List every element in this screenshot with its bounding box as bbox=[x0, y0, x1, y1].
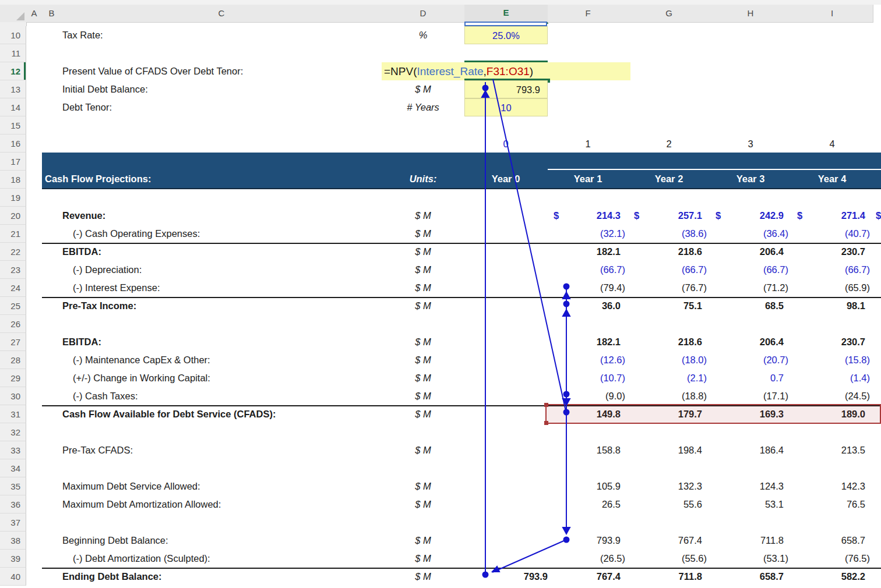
row-label-r31[interactable]: Cash Flow Available for Debt Service (CF… bbox=[62, 405, 380, 423]
debt-tenor-unit[interactable]: # Years bbox=[382, 98, 464, 116]
pv-cfads-label[interactable]: Present Value of CFADS Over Debt Tenor: bbox=[62, 62, 377, 80]
value-cell-r30-y4[interactable]: (24.5) bbox=[791, 387, 870, 405]
range-handle-bottom-left[interactable] bbox=[544, 421, 548, 425]
row-unit-r35[interactable]: $ M bbox=[382, 477, 464, 495]
value-cell-r24-y4[interactable]: (65.9) bbox=[791, 279, 870, 297]
value-cell-r29-y3[interactable]: 0.7 bbox=[710, 369, 784, 387]
value-cell-r21-y4[interactable]: (40.7) bbox=[791, 225, 870, 243]
value-cell-r27-y1[interactable]: 182.1 bbox=[548, 333, 621, 351]
row-unit-r27[interactable]: $ M bbox=[382, 333, 464, 351]
value-cell-r39-y4[interactable]: (76.5) bbox=[791, 550, 870, 568]
value-cell-r33-y3[interactable]: 186.4 bbox=[710, 441, 784, 459]
row-header-12[interactable]: 12 bbox=[0, 62, 26, 80]
year-header-4[interactable]: Year 4 bbox=[800, 170, 864, 188]
value-cell-r30-y3[interactable]: (17.1) bbox=[710, 387, 788, 405]
row-header-20[interactable]: 20 bbox=[0, 207, 26, 225]
value-cell-r22-y1[interactable]: 182.1 bbox=[548, 243, 621, 261]
value-cell-r21-y2[interactable]: (38.6) bbox=[628, 225, 707, 243]
year-header-1[interactable]: Year 1 bbox=[556, 170, 620, 188]
row-header-29[interactable]: 29 bbox=[0, 369, 26, 387]
row-header-23[interactable]: 23 bbox=[0, 261, 26, 279]
value-cell-r35-y3[interactable]: 124.3 bbox=[710, 477, 784, 495]
value-cell-r30-y2[interactable]: (18.8) bbox=[628, 387, 707, 405]
value-cell-r36-y1[interactable]: 26.5 bbox=[548, 495, 621, 513]
ending-debt-year0-cell[interactable]: 793.9 bbox=[464, 568, 556, 586]
value-cell-r35-y1[interactable]: 105.9 bbox=[548, 477, 621, 495]
row-unit-r40[interactable]: $ M bbox=[382, 568, 464, 586]
row-header-17[interactable]: 17 bbox=[0, 153, 26, 171]
row-label-r40[interactable]: Ending Debt Balance: bbox=[62, 568, 380, 586]
tax-rate-label[interactable]: Tax Rate: bbox=[62, 26, 377, 44]
column-header-h[interactable]: H bbox=[710, 5, 792, 23]
row-unit-r25[interactable]: $ M bbox=[382, 297, 464, 315]
year-counter-3[interactable]: 3 bbox=[730, 135, 771, 153]
row-header-36[interactable]: 36 bbox=[0, 495, 26, 513]
value-cell-r25-y4[interactable]: 98.1 bbox=[791, 297, 865, 315]
row-header-34[interactable]: 34 bbox=[0, 459, 26, 477]
row-label-r21[interactable]: (-) Cash Operating Expenses: bbox=[73, 225, 390, 243]
row-header-21[interactable]: 21 bbox=[0, 225, 26, 243]
value-cell-r33-y1[interactable]: 158.8 bbox=[548, 441, 621, 459]
value-cell-r28-y2[interactable]: (18.0) bbox=[628, 351, 707, 369]
value-cell-r23-y3[interactable]: (66.7) bbox=[710, 261, 788, 279]
value-cell-r22-y4[interactable]: 230.7 bbox=[791, 243, 865, 261]
value-cell-r40-y1[interactable]: 767.4 bbox=[548, 568, 621, 586]
row-header-28[interactable]: 28 bbox=[0, 351, 26, 369]
row-header-26[interactable]: 26 bbox=[0, 315, 26, 333]
row-header-14[interactable]: 14 bbox=[0, 98, 26, 116]
value-cell-r23-y1[interactable]: (66.7) bbox=[548, 261, 625, 279]
value-cell-r36-y2[interactable]: 55.6 bbox=[628, 495, 702, 513]
section-title[interactable]: Cash Flow Projections: bbox=[45, 170, 371, 188]
value-cell-r36-y4[interactable]: 76.5 bbox=[791, 495, 865, 513]
row-label-r39[interactable]: (-) Debt Amortization (Sculpted): bbox=[73, 550, 390, 568]
range-handle-top-left[interactable] bbox=[544, 403, 548, 407]
row-label-r20[interactable]: Revenue: bbox=[62, 207, 380, 225]
row-unit-r31[interactable]: $ M bbox=[382, 405, 464, 423]
value-cell-r35-y2[interactable]: 132.3 bbox=[628, 477, 702, 495]
row-label-r35[interactable]: Maximum Debt Service Allowed: bbox=[62, 477, 380, 495]
row-header-30[interactable]: 30 bbox=[0, 387, 26, 405]
initial-debt-label[interactable]: Initial Debt Balance: bbox=[62, 80, 377, 98]
value-cell-r36-y3[interactable]: 53.1 bbox=[710, 495, 784, 513]
row-header-24[interactable]: 24 bbox=[0, 279, 26, 297]
value-cell-r33-y2[interactable]: 198.4 bbox=[628, 441, 702, 459]
value-cell-r35-y4[interactable]: 142.3 bbox=[791, 477, 865, 495]
column-header-f[interactable]: F bbox=[548, 5, 629, 23]
row-header-19[interactable]: 19 bbox=[0, 189, 26, 207]
value-cell-r21-y1[interactable]: (32.1) bbox=[548, 225, 625, 243]
row-header-15[interactable]: 15 bbox=[0, 116, 26, 134]
row-label-r27[interactable]: EBITDA: bbox=[62, 333, 380, 351]
row-label-r24[interactable]: (-) Interest Expense: bbox=[73, 279, 390, 297]
row-header-33[interactable]: 33 bbox=[0, 441, 26, 459]
row-unit-r36[interactable]: $ M bbox=[382, 495, 464, 513]
tax-rate-unit[interactable]: % bbox=[382, 26, 464, 44]
value-cell-r38-y3[interactable]: 711.8 bbox=[710, 532, 784, 550]
value-cell-r25-y1[interactable]: 36.0 bbox=[548, 297, 621, 315]
initial-debt-unit[interactable]: $ M bbox=[382, 80, 464, 98]
value-cell-r28-y3[interactable]: (20.7) bbox=[710, 351, 788, 369]
value-cell-r30-y1[interactable]: (9.0) bbox=[548, 387, 625, 405]
column-header-g[interactable]: G bbox=[628, 5, 710, 23]
value-cell-r29-y4[interactable]: (1.4) bbox=[791, 369, 870, 387]
row-label-r30[interactable]: (-) Cash Taxes: bbox=[73, 387, 390, 405]
row-header-37[interactable]: 37 bbox=[0, 513, 26, 532]
value-cell-r38-y1[interactable]: 793.9 bbox=[548, 532, 621, 550]
row-label-r29[interactable]: (+/-) Change in Working Capital: bbox=[73, 369, 390, 387]
row-unit-r20[interactable]: $ M bbox=[382, 207, 464, 225]
value-cell-r28-y4[interactable]: (15.8) bbox=[791, 351, 870, 369]
value-cell-r39-y1[interactable]: (26.5) bbox=[548, 550, 625, 568]
row-unit-r21[interactable]: $ M bbox=[382, 225, 464, 243]
debt-tenor-label[interactable]: Debt Tenor: bbox=[62, 98, 377, 116]
value-cell-r21-y3[interactable]: (36.4) bbox=[710, 225, 788, 243]
row-header-10[interactable]: 10 bbox=[0, 26, 26, 44]
value-cell-r25-y3[interactable]: 68.5 bbox=[710, 297, 784, 315]
row-unit-r23[interactable]: $ M bbox=[382, 261, 464, 279]
value-cell-r23-y2[interactable]: (66.7) bbox=[628, 261, 707, 279]
value-cell-r38-y2[interactable]: 767.4 bbox=[628, 532, 702, 550]
row-header-32[interactable]: 32 bbox=[0, 423, 26, 441]
column-header-b[interactable]: B bbox=[42, 5, 62, 23]
row-header-22[interactable]: 22 bbox=[0, 243, 26, 261]
row-header-16[interactable]: 16 bbox=[0, 134, 26, 153]
value-cell-r39-y3[interactable]: (53.1) bbox=[710, 550, 788, 568]
value-cell-r28-y1[interactable]: (12.6) bbox=[548, 351, 625, 369]
